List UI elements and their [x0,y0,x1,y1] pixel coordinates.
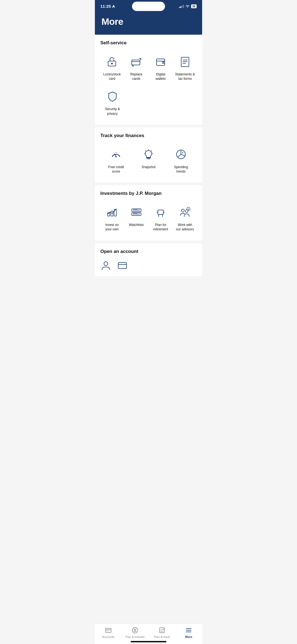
replace-cards-label: Replace cards [126,72,147,81]
svg-line-33 [181,154,185,156]
open-account-section: Open an account [95,243,202,276]
svg-marker-0 [112,5,115,8]
security-privacy-label: Security &privacy [105,107,120,116]
statements-icon [177,53,193,70]
spending-trends-label: Spendingtrends [174,165,188,174]
lock-unlock-label: Lock/unlockcard [103,72,121,81]
work-advisors-label: Work withour advisors [176,223,194,231]
spending-trends-icon: $ [173,146,189,163]
self-service-grid: Lock/unlockcard Replace cards [100,51,197,83]
invest-icon [104,204,120,220]
status-left: 11:25 [100,4,115,9]
open-account-icon-1 [100,260,111,271]
invest-own-item[interactable]: Invest onyour own [100,202,124,234]
track-finances-grid: Free creditscore [100,144,197,176]
svg-point-23 [116,156,117,157]
svg-text:$: $ [188,208,189,211]
status-right: 36 [179,4,197,8]
investments-section: Investments by J.P. Morgan Invest onyour… [95,185,202,240]
investments-grid: Invest onyour own [100,202,197,234]
svg-rect-9 [132,60,140,65]
watchlists-label: Watchlists [129,223,144,227]
open-account-item-1[interactable] [100,260,111,271]
snapshot-label: Snapshot [142,165,156,169]
investments-title: Investments by J.P. Morgan [100,191,197,196]
svg-rect-1 [179,7,180,8]
svg-rect-53 [118,263,127,269]
open-account-icon-2 [117,260,128,271]
snapshot-icon [140,146,157,163]
svg-point-14 [163,62,164,63]
signal-icon [179,5,184,8]
svg-rect-3 [182,5,183,8]
wifi-icon [185,5,190,8]
dynamic-island [132,2,165,11]
plan-retirement-item[interactable]: Plan forretirement [149,202,172,234]
open-account-title: Open an account [100,249,197,254]
watchlists-icon [128,204,145,220]
statements-tax-label: Statements &tax forms [175,72,195,81]
page-title: More [101,16,196,27]
lock-icon [104,53,120,70]
track-finances-title: Track your finances [100,133,197,138]
svg-rect-2 [180,6,181,8]
spending-trends-item[interactable]: $ Spendingtrends [165,144,197,176]
svg-line-27 [145,150,146,151]
lock-unlock-item[interactable]: Lock/unlockcard [100,51,124,83]
digital-wallets-label: Digitalwallets [156,72,166,81]
open-account-item-2[interactable] [117,260,128,271]
digital-wallets-icon [152,53,169,70]
svg-rect-4 [183,5,184,8]
replace-cards-item[interactable]: Replace cards [125,51,148,83]
svg-line-28 [152,150,152,151]
status-bar: 11:25 36 [95,0,202,11]
retirement-icon [152,204,169,220]
security-icon [104,88,121,105]
invest-own-label: Invest onyour own [105,223,119,231]
free-credit-score-item[interactable]: Free creditscore [100,144,132,176]
svg-rect-37 [111,211,113,216]
free-credit-score-label: Free creditscore [108,165,124,174]
advisors-icon: $ [177,204,193,220]
digital-wallets-item[interactable]: Digitalwallets [149,51,172,83]
watchlists-item[interactable]: Watchlists [125,202,148,234]
svg-text:$: $ [182,151,183,154]
battery-display: 36 [191,4,197,8]
open-account-icons [100,260,197,274]
svg-point-48 [182,209,184,212]
self-service-title: Self-service [100,40,197,46]
svg-line-34 [178,154,181,157]
plan-retirement-label: Plan forretirement [153,223,168,231]
time-display: 11:25 [100,4,111,9]
header: More [95,11,202,35]
replace-cards-icon [128,53,145,70]
statements-tax-item[interactable]: Statements &tax forms [174,51,197,83]
content-area: Self-service Lock/unlockcard [95,35,202,276]
snapshot-item[interactable]: Snapshot [133,144,164,176]
location-arrow-icon [112,5,115,8]
svg-point-6 [111,63,113,64]
credit-score-icon [108,146,124,163]
work-advisors-item[interactable]: $ Work withour advisors [174,202,197,234]
svg-rect-43 [158,210,163,214]
self-service-section: Self-service Lock/unlockcard [95,35,202,125]
track-finances-section: Track your finances [95,127,202,182]
svg-point-8 [114,58,116,60]
svg-point-52 [104,262,108,266]
security-privacy-item[interactable]: Security &privacy [100,86,125,118]
